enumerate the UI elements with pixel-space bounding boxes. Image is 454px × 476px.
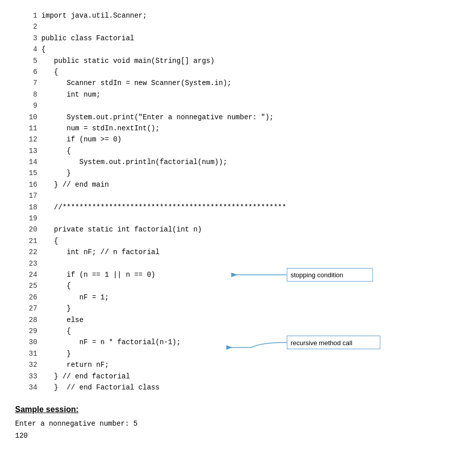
code-container: 1import java.util.Scanner;23public class… (15, 10, 439, 393)
table-row: 11 num = stdIn.nextInt(); (15, 123, 439, 134)
line-number: 11 (15, 123, 39, 134)
code-text: } (39, 348, 439, 359)
table-row: 30 nF = n * factorial(n-1); (15, 337, 439, 348)
sample-session-title: Sample session: (15, 405, 439, 414)
code-text: nF = n * factorial(n-1); (39, 337, 439, 348)
code-text: { (39, 66, 439, 77)
code-text: public class Factorial (39, 33, 439, 44)
code-text: { (39, 44, 439, 55)
code-table: 1import java.util.Scanner;23public class… (15, 10, 439, 393)
code-text: private static int factorial(int n) (39, 224, 439, 235)
code-text: else (39, 314, 439, 326)
line-number: 12 (15, 134, 39, 145)
code-text: if (num >= 0) (39, 134, 439, 145)
code-text: } (39, 168, 439, 179)
table-row: 31 } (15, 348, 439, 359)
code-text: int num; (39, 89, 439, 100)
line-number: 33 (15, 371, 39, 382)
table-row: 18 //***********************************… (15, 202, 439, 213)
table-row: 2 (15, 21, 439, 32)
code-text: { (39, 235, 439, 247)
code-text: if (n == 1 || n == 0) (39, 269, 439, 280)
line-number: 8 (15, 89, 39, 100)
line-number: 24 (15, 269, 39, 280)
code-text: num = stdIn.nextInt(); (39, 123, 439, 134)
line-number: 19 (15, 213, 39, 224)
code-text: } // end Factorial class (39, 382, 439, 393)
table-row: 25 { (15, 280, 439, 291)
table-row: 28 else (15, 314, 439, 326)
table-row: 7 Scanner stdIn = new Scanner(System.in)… (15, 77, 439, 89)
line-number: 10 (15, 112, 39, 123)
line-number: 4 (15, 44, 39, 55)
code-text: } (39, 303, 439, 314)
code-text: System.out.println(factorial(num)); (39, 156, 439, 168)
table-row: 29 { (15, 326, 439, 337)
line-number: 6 (15, 66, 39, 77)
line-number: 9 (15, 100, 39, 111)
sample-session-output: Enter a nonnegative number: 5120 (15, 418, 439, 442)
table-row: 21 { (15, 235, 439, 247)
table-row: 13 { (15, 145, 439, 156)
table-row: 3public class Factorial (15, 33, 439, 44)
table-row: 8 int num; (15, 89, 439, 100)
line-number: 22 (15, 247, 39, 258)
line-number: 34 (15, 382, 39, 393)
line-number: 31 (15, 348, 39, 359)
line-number: 21 (15, 235, 39, 247)
table-row: 17 (15, 190, 439, 201)
table-row: 23 (15, 258, 439, 269)
line-number: 3 (15, 33, 39, 44)
table-row: 15 } (15, 168, 439, 179)
line-number: 30 (15, 337, 39, 348)
line-number: 32 (15, 359, 39, 370)
table-row: 6 { (15, 66, 439, 77)
table-row: 27 } (15, 303, 439, 314)
code-text: return nF; (39, 359, 439, 370)
table-row: 26 nF = 1; (15, 292, 439, 303)
code-text: System.out.print("Enter a nonnegative nu… (39, 112, 439, 123)
code-text: nF = 1; (39, 292, 439, 303)
line-number: 2 (15, 21, 39, 32)
line-number: 7 (15, 77, 39, 89)
table-row: 16 } // end main (15, 179, 439, 190)
line-number: 28 (15, 314, 39, 326)
code-text: //**************************************… (39, 202, 439, 213)
sample-session-section: Sample session: Enter a nonnegative numb… (15, 405, 439, 442)
line-number: 18 (15, 202, 39, 213)
table-row: 14 System.out.println(factorial(num)); (15, 156, 439, 168)
output-line: 120 (15, 430, 439, 442)
code-text (39, 190, 439, 201)
line-number: 17 (15, 190, 39, 201)
code-text: } // end factorial (39, 371, 439, 382)
code-text: int nF; // n factorial (39, 247, 439, 258)
line-number: 25 (15, 280, 39, 291)
code-text (39, 100, 439, 111)
code-text: { (39, 326, 439, 337)
output-line: Enter a nonnegative number: 5 (15, 418, 439, 430)
table-row: 20 private static int factorial(int n) (15, 224, 439, 235)
table-row: 9 (15, 100, 439, 111)
code-text: Scanner stdIn = new Scanner(System.in); (39, 77, 439, 89)
table-row: 5 public static void main(String[] args) (15, 55, 439, 66)
line-number: 20 (15, 224, 39, 235)
code-text: { (39, 145, 439, 156)
code-text: { (39, 280, 439, 291)
table-row: 22 int nF; // n factorial (15, 247, 439, 258)
line-number: 13 (15, 145, 39, 156)
table-row: 1import java.util.Scanner; (15, 10, 439, 21)
line-number: 26 (15, 292, 39, 303)
table-row: 33 } // end factorial (15, 371, 439, 382)
line-number: 27 (15, 303, 39, 314)
line-number: 5 (15, 55, 39, 66)
table-row: 10 System.out.print("Enter a nonnegative… (15, 112, 439, 123)
code-text (39, 213, 439, 224)
line-number: 14 (15, 156, 39, 168)
line-number: 29 (15, 326, 39, 337)
code-text (39, 21, 439, 32)
line-number: 1 (15, 10, 39, 21)
table-row: 32 return nF; (15, 359, 439, 370)
code-text: public static void main(String[] args) (39, 55, 439, 66)
table-row: 24 if (n == 1 || n == 0) (15, 269, 439, 280)
code-text (39, 258, 439, 269)
